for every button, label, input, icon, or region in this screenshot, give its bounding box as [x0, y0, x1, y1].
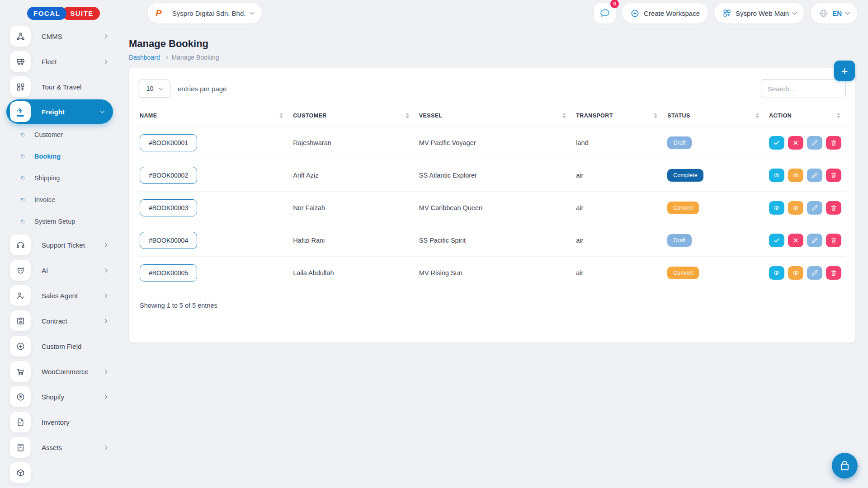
sort-icon[interactable] [654, 113, 658, 118]
delete-button[interactable] [826, 266, 841, 280]
bullet-icon [20, 219, 26, 225]
actions-cell [769, 136, 841, 150]
sidebar-item-inventory[interactable]: Inventory [6, 409, 118, 435]
create-workspace-button[interactable]: Create Workspace [622, 3, 708, 23]
sidebar-item-assets[interactable]: Assets [6, 435, 118, 460]
delete-button[interactable] [826, 169, 841, 182]
sidebar-subitem-customer[interactable]: Customer [6, 124, 118, 145]
customer-cell: Hafizi Rani [288, 224, 415, 257]
bullet-icon [20, 154, 26, 160]
table-row: #BOOK00002 Ariff Aziz SS Atlantic Explor… [138, 159, 846, 192]
sidebar-item-freight[interactable]: ✈ Freight [6, 99, 113, 124]
sort-icon[interactable] [562, 113, 567, 118]
workspace-selector[interactable]: Syspro Web Main [714, 3, 804, 23]
sidebar-item-shopify[interactable]: S Shopify [6, 384, 118, 409]
table-row: #BOOK00005 Laila Abdullah MV Rising Sun … [138, 257, 846, 289]
breadcrumb-dashboard-link[interactable]: Dashboard [129, 54, 160, 61]
sidebar-subitem-system-setup[interactable]: System Setup [6, 211, 118, 232]
status-badge: Complete [667, 169, 703, 182]
sidebar-item-fleet[interactable]: Fleet [6, 49, 118, 74]
view-button[interactable] [769, 201, 784, 215]
view-alt-button[interactable] [788, 266, 803, 280]
vessel-cell: MV Pacific Voyager [415, 127, 572, 159]
chevron-right-icon [103, 369, 108, 374]
app-root: FOCAL SUITE P Syspro Digital Sdn. Bhd. 0 [0, 0, 868, 488]
booking-id-badge[interactable]: #BOOK00002 [140, 167, 197, 184]
edit-button[interactable] [807, 234, 822, 247]
column-header-name[interactable]: NAME [138, 113, 288, 127]
company-selector[interactable]: P Syspro Digital Sdn. Bhd. [148, 3, 262, 23]
entries-per-page-select[interactable]: 10 [138, 80, 170, 98]
reject-button[interactable] [788, 136, 803, 150]
brand-logo[interactable]: FOCAL SUITE [27, 7, 100, 20]
chevron-right-icon [103, 445, 108, 450]
sort-icon[interactable] [406, 113, 410, 118]
chevron-right-icon [103, 268, 108, 272]
column-header-action[interactable]: ACTION [764, 113, 846, 127]
delete-button[interactable] [826, 234, 841, 247]
create-workspace-label: Create Workspace [644, 9, 700, 17]
search-input[interactable] [761, 79, 846, 98]
column-header-transport[interactable]: TRANSPORT [571, 113, 663, 127]
sidebar-item-ai[interactable]: AI [6, 258, 118, 283]
table-row: #BOOK00004 Hafizi Rani SS Pacific Spirit… [138, 224, 846, 257]
booking-id-badge[interactable]: #BOOK00001 [140, 134, 197, 151]
sort-icon[interactable] [755, 113, 760, 118]
company-name: Syspro Digital Sdn. Bhd. [172, 9, 246, 17]
grid-plus-icon [10, 76, 31, 97]
sidebar-item-cmms[interactable]: CMMS [6, 26, 118, 49]
box-icon [10, 462, 31, 483]
view-button[interactable] [769, 169, 784, 182]
edit-button[interactable] [807, 136, 822, 150]
floating-cart-button[interactable] [832, 453, 858, 479]
sidebar-item-support-ticket[interactable]: Support Ticket [6, 232, 118, 258]
sidebar-subitem-booking[interactable]: Booking [6, 145, 118, 167]
column-header-status[interactable]: STATUS [663, 113, 764, 127]
booking-id-badge[interactable]: #BOOK00003 [140, 199, 197, 216]
language-selector[interactable]: EN [811, 3, 857, 23]
sort-icon[interactable] [279, 113, 284, 118]
reject-button[interactable] [788, 234, 803, 247]
vessel-cell: SS Atlantic Explorer [415, 159, 572, 192]
circle-plus-icon [10, 336, 31, 357]
column-header-customer[interactable]: CUSTOMER [288, 113, 415, 127]
sidebar-item-partial[interactable] [6, 460, 118, 485]
sidebar-item-contract[interactable]: Contract [6, 308, 118, 333]
edit-button[interactable] [807, 266, 822, 280]
view-alt-button[interactable] [788, 169, 803, 182]
sidebar-item-sales-agent[interactable]: Sales Agent [6, 283, 118, 308]
booking-id-badge[interactable]: #BOOK00005 [140, 264, 197, 282]
bus-icon [10, 51, 31, 72]
booking-id-badge[interactable]: #BOOK00004 [140, 232, 197, 249]
sidebar-subitem-shipping[interactable]: Shipping [6, 167, 118, 189]
sidebar-subitem-invoice[interactable]: Invoice [6, 189, 118, 211]
edit-button[interactable] [807, 169, 822, 182]
main-content: Manage Booking Dashboard Manage Booking … [129, 26, 855, 343]
vessel-cell: SS Pacific Spirit [415, 224, 572, 257]
view-button[interactable] [769, 266, 784, 280]
plane-departure-icon: ✈ [10, 101, 31, 122]
status-badge: Draft [667, 234, 692, 247]
column-header-vessel[interactable]: VESSEL [415, 113, 572, 127]
view-alt-button[interactable] [788, 201, 803, 215]
save-icon [10, 310, 31, 331]
sort-icon[interactable] [837, 113, 841, 118]
sidebar-item-custom-field[interactable]: Custom Field [6, 333, 118, 359]
status-badge: Convert [667, 202, 699, 214]
brand-logo-secondary: SUITE [62, 7, 100, 20]
messages-button[interactable]: 0 [594, 3, 616, 23]
approve-button[interactable] [769, 136, 784, 150]
approve-button[interactable] [769, 234, 784, 247]
customer-cell: Nor Faizah [288, 192, 415, 224]
sidebar-item-tour-travel[interactable]: Tour & Travel [6, 74, 118, 99]
file-icon [10, 412, 31, 432]
vessel-cell: MV Caribbean Queen [415, 192, 572, 224]
delete-button[interactable] [826, 201, 841, 215]
transport-cell: air [571, 192, 663, 224]
delete-button[interactable] [826, 136, 841, 150]
circle-plus-icon [630, 9, 640, 18]
table-row: #BOOK00001 Rajeshwaran MV Pacific Voyage… [138, 127, 846, 159]
add-booking-button[interactable]: + [834, 61, 855, 81]
edit-button[interactable] [807, 201, 822, 215]
sidebar-item-woocommerce[interactable]: WooCommerce [6, 359, 118, 384]
